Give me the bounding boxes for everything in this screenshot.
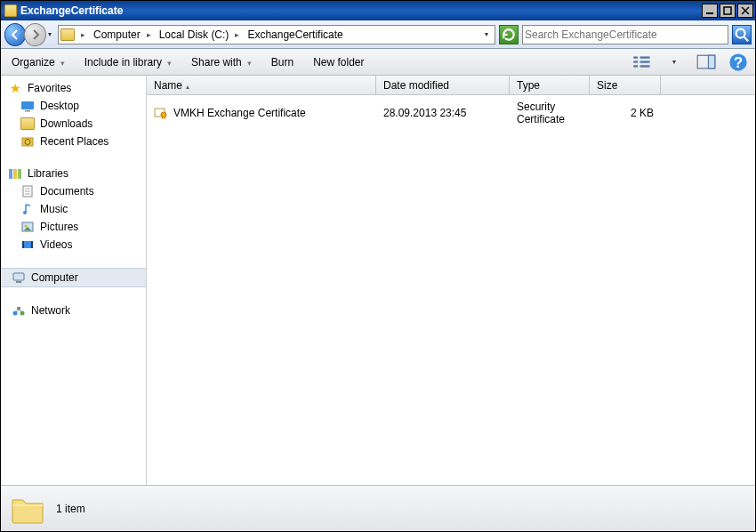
sidebar-item-videos[interactable]: Videos [1, 236, 146, 254]
sidebar-item-downloads[interactable]: Downloads [1, 115, 146, 133]
svg-text:?: ? [734, 53, 743, 69]
sidebar-item-documents[interactable]: Documents [1, 182, 146, 200]
svg-rect-11 [640, 65, 650, 67]
maximize-button[interactable] [720, 4, 736, 18]
svg-rect-17 [25, 110, 30, 112]
svg-rect-31 [22, 241, 24, 248]
svg-point-29 [25, 225, 28, 228]
videos-icon [20, 238, 35, 251]
burn-button[interactable]: Burn [268, 54, 297, 70]
sidebar-item-label: Downloads [40, 117, 92, 130]
status-bar: 1 item [1, 485, 755, 531]
toolbar: Organize Include in library Share with B… [1, 49, 755, 76]
computer-icon [12, 271, 26, 284]
folder-icon [20, 117, 35, 130]
svg-rect-33 [13, 273, 24, 280]
network-icon [12, 304, 26, 317]
file-type: Security Certificate [510, 101, 590, 125]
back-button[interactable] [4, 23, 26, 46]
forward-button[interactable] [24, 23, 45, 46]
libraries-icon [8, 167, 22, 180]
recent-icon [20, 135, 35, 148]
navigation-bar: ▾ Computer Local Disk (C:) ExchangeCerti… [1, 20, 755, 49]
sidebar-item-label: Recent Places [40, 135, 109, 148]
refresh-button[interactable] [499, 25, 519, 44]
preview-pane-button[interactable] [696, 54, 716, 70]
search-button[interactable] [732, 25, 752, 44]
svg-point-27 [23, 211, 27, 214]
sidebar-item-label: Computer [31, 271, 78, 284]
svg-point-41 [161, 112, 166, 117]
file-list: VMKH Exchange Certificate 28.09.2013 23:… [147, 95, 755, 485]
sidebar-item-label: Desktop [40, 100, 79, 112]
svg-rect-22 [18, 169, 21, 179]
breadcrumb-drive[interactable]: Local Disk (C:) [157, 27, 245, 43]
breadcrumb-computer[interactable]: Computer [92, 27, 156, 43]
svg-rect-20 [9, 169, 12, 179]
star-icon: ★ [8, 82, 22, 94]
sidebar-item-recent-places[interactable]: Recent Places [1, 133, 146, 150]
svg-rect-16 [21, 101, 34, 109]
svg-rect-10 [640, 60, 650, 62]
view-dropdown[interactable]: ▾ [664, 54, 684, 70]
pictures-icon [20, 221, 35, 233]
sidebar-item-computer[interactable]: Computer [1, 268, 146, 287]
sidebar-item-label: Videos [40, 238, 72, 251]
column-extra[interactable] [661, 76, 755, 94]
include-in-library-button[interactable]: Include in library [81, 54, 175, 70]
sidebar-item-label: Network [31, 304, 70, 317]
svg-rect-32 [31, 241, 33, 248]
desktop-icon [20, 100, 35, 112]
folder-icon [4, 4, 17, 17]
sidebar-item-pictures[interactable]: Pictures [1, 218, 146, 236]
view-options-button[interactable] [632, 54, 652, 70]
column-type[interactable]: Type [510, 76, 590, 94]
svg-rect-6 [633, 56, 638, 58]
sidebar-item-label: Music [40, 203, 68, 215]
navigation-pane: ★ Favorites Desktop Downloads Recent Pla… [1, 76, 147, 485]
search-box[interactable] [522, 25, 728, 44]
organize-button[interactable]: Organize [8, 54, 68, 70]
svg-rect-34 [16, 281, 21, 283]
svg-point-4 [736, 28, 745, 37]
column-name[interactable]: Name [147, 76, 376, 94]
file-date: 28.09.2013 23:45 [376, 107, 510, 119]
file-list-pane: Name Date modified Type Size VMKH Exchan… [147, 76, 755, 485]
libraries-header[interactable]: Libraries [1, 165, 146, 182]
address-dropdown[interactable]: ▾ [480, 30, 493, 38]
certificate-icon [154, 107, 168, 119]
minimize-button[interactable] [702, 4, 718, 18]
favorites-label: Favorites [28, 82, 71, 94]
sidebar-item-music[interactable]: Music [1, 200, 146, 218]
file-row[interactable]: VMKH Exchange Certificate 28.09.2013 23:… [147, 95, 755, 131]
share-with-button[interactable]: Share with [188, 54, 255, 70]
svg-line-5 [744, 36, 748, 40]
favorites-header[interactable]: ★ Favorites [1, 79, 146, 97]
svg-rect-13 [708, 55, 714, 69]
title-bar: ExchangeCertificate [1, 1, 755, 20]
svg-rect-7 [633, 60, 638, 62]
breadcrumb-root[interactable] [76, 27, 90, 43]
close-button[interactable] [737, 4, 753, 18]
sidebar-item-label: Pictures [40, 221, 78, 233]
file-name: VMKH Exchange Certificate [173, 107, 306, 119]
sort-ascending-icon [186, 79, 189, 92]
nav-history-dropdown[interactable]: ▾ [46, 26, 54, 44]
libraries-label: Libraries [28, 167, 68, 180]
column-headers: Name Date modified Type Size [147, 76, 755, 95]
music-icon [20, 203, 35, 215]
new-folder-button[interactable]: New folder [310, 54, 367, 70]
search-input[interactable] [525, 28, 726, 41]
column-date-modified[interactable]: Date modified [376, 76, 510, 94]
breadcrumb-folder[interactable]: ExchangeCertificate [245, 27, 344, 43]
sidebar-item-desktop[interactable]: Desktop [1, 97, 146, 115]
documents-icon [20, 185, 35, 197]
address-bar[interactable]: Computer Local Disk (C:) ExchangeCertifi… [58, 25, 495, 44]
sidebar-item-label: Documents [40, 185, 94, 197]
help-button[interactable]: ? [728, 54, 748, 70]
column-size[interactable]: Size [590, 76, 661, 94]
folder-icon [10, 493, 45, 525]
sidebar-item-network[interactable]: Network [1, 302, 146, 319]
svg-rect-9 [640, 56, 650, 58]
item-count: 1 item [56, 503, 85, 515]
